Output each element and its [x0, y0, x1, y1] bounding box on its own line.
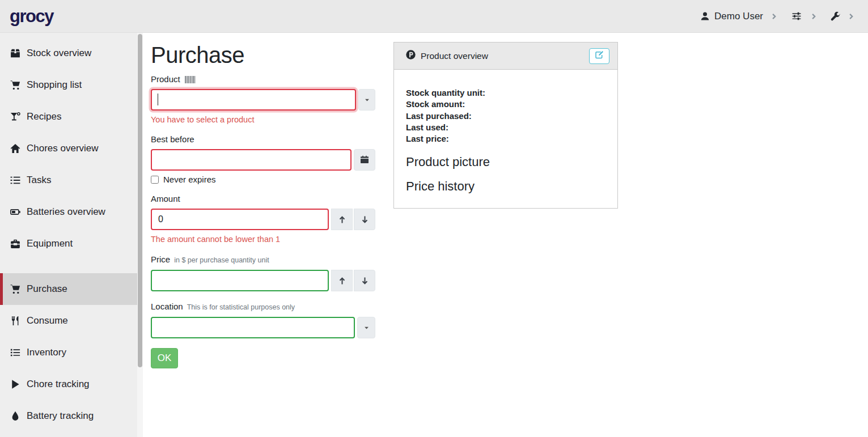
amount-decrement-button[interactable] — [354, 209, 375, 230]
sidebar-item-label: Battery tracking — [27, 410, 94, 422]
user-icon — [700, 11, 710, 21]
price-decrement-button[interactable] — [354, 270, 375, 291]
best-before-label: Best before — [151, 134, 194, 145]
product-overview-card: Product overview Stock quantity unit: St… — [393, 42, 618, 209]
product-group: Product You have to select a product — [151, 74, 375, 125]
arrow-down-icon — [361, 215, 369, 224]
sidebar-item-label: Batteries overview — [27, 206, 105, 218]
app-root: grocy Demo User — [0, 0, 868, 437]
barcode-icon — [184, 76, 196, 83]
product-dropdown-button[interactable] — [358, 89, 375, 111]
header-menu: Demo User — [700, 11, 854, 22]
box-icon — [10, 48, 21, 59]
shopping-cart-icon — [10, 283, 21, 295]
tasks-icon — [10, 175, 21, 186]
app-logo[interactable]: grocy — [10, 7, 53, 25]
sidebar-item-battery-tracking[interactable]: Battery tracking — [0, 400, 143, 432]
sidebar-item-label: Chores overview — [27, 143, 99, 154]
toolbox-icon — [10, 238, 21, 249]
overview-field: Last price: — [406, 133, 606, 145]
overview-field: Stock quantity unit: — [406, 87, 606, 99]
product-picture-heading: Product picture — [406, 155, 606, 169]
arrow-up-icon — [338, 215, 346, 224]
sidebar-item-purchase[interactable]: Purchase — [0, 273, 143, 305]
never-expires-row: Never expires — [151, 175, 375, 184]
product-overview-body: Stock quantity unit: Stock amount: Last … — [394, 70, 617, 208]
sidebar-item-label: Stock overview — [27, 48, 91, 59]
purchase-form: Purchase Product — [151, 42, 375, 368]
calendar-button[interactable] — [354, 149, 375, 171]
location-label: Location — [151, 302, 183, 312]
amount-error: The amount cannot be lower than 1 — [151, 235, 375, 244]
sidebar-item-equipment[interactable]: Equipment — [0, 228, 143, 260]
never-expires-label: Never expires — [163, 175, 216, 184]
home-icon — [10, 143, 21, 154]
page-title: Purchase — [151, 42, 375, 68]
utensils-icon — [10, 315, 21, 326]
sliders-icon — [790, 11, 803, 21]
tint-icon — [10, 410, 21, 422]
chevron-right-icon — [770, 13, 777, 20]
sidebar-item-shopping-list[interactable]: Shopping list — [0, 69, 143, 101]
text-cursor — [158, 94, 158, 105]
arrow-up-icon — [338, 277, 346, 285]
user-menu[interactable]: Demo User — [700, 11, 763, 22]
price-history-heading: Price history — [406, 180, 606, 193]
sidebar-scrollbar-thumb[interactable] — [138, 34, 142, 367]
sidebar-item-inventory[interactable]: Inventory — [0, 337, 143, 368]
never-expires-checkbox[interactable] — [151, 176, 159, 184]
amount-label: Amount — [151, 194, 180, 204]
amount-input[interactable] — [151, 209, 329, 230]
sidebar-item-chore-tracking[interactable]: Chore tracking — [0, 368, 143, 400]
sidebar-item-tasks[interactable]: Tasks — [0, 164, 143, 196]
arrow-down-icon — [361, 277, 369, 285]
shopping-cart-icon — [10, 79, 21, 91]
location-dropdown-button[interactable] — [357, 317, 375, 338]
list-icon — [10, 347, 21, 358]
play-icon — [10, 379, 21, 390]
admin-menu[interactable] — [830, 11, 840, 22]
overview-field: Last used: — [406, 122, 606, 133]
caret-down-icon — [364, 97, 370, 103]
product-overview-title-row: Product overview — [406, 50, 488, 62]
user-menu-label: Demo User — [714, 11, 763, 22]
sidebar-item-batteries-overview[interactable]: Batteries overview — [0, 196, 143, 228]
price-hint: in $ per purchase quantity unit — [174, 254, 269, 265]
product-error: You have to select a product — [151, 115, 375, 125]
product-overview-panel: Product overview Stock quantity unit: St… — [393, 42, 618, 209]
price-increment-button[interactable] — [331, 270, 353, 291]
sidebar-item-label: Chore tracking — [27, 379, 90, 390]
sidebar-scrollbar[interactable] — [137, 33, 143, 437]
battery-icon — [10, 206, 21, 218]
sidebar-item-chores-overview[interactable]: Chores overview — [0, 133, 143, 164]
location-select[interactable] — [151, 317, 355, 338]
sidebar-item-consume[interactable]: Consume — [0, 305, 143, 337]
sidebar: Stock overview Shopping list Recipes Cho… — [0, 33, 143, 437]
ok-button[interactable]: OK — [151, 348, 178, 368]
chevron-right-icon — [810, 13, 817, 20]
edit-icon — [595, 50, 604, 61]
best-before-input[interactable] — [151, 149, 352, 171]
product-input[interactable] — [151, 89, 356, 111]
amount-increment-button[interactable] — [331, 209, 353, 230]
price-group: Price in $ per purchase quantity unit — [151, 254, 375, 291]
price-input[interactable] — [151, 270, 329, 291]
product-label: Product — [151, 74, 180, 84]
sidebar-item-stock-overview[interactable]: Stock overview — [0, 37, 143, 69]
edit-product-button[interactable] — [589, 48, 609, 64]
location-hint: This is for statistical purposes only — [187, 301, 295, 312]
main-content: Purchase Product — [143, 33, 868, 437]
overview-field: Stock amount: — [406, 99, 606, 110]
best-before-group: Best before Never expires — [151, 134, 375, 184]
location-group: Location This is for statistical purpose… — [151, 301, 375, 338]
sidebar-item-label: Purchase — [27, 283, 67, 295]
sidebar-item-recipes[interactable]: Recipes — [0, 101, 143, 133]
amount-group: Amount The amount cannot be lower than 1 — [151, 194, 375, 244]
sidebar-item-label: Inventory — [27, 347, 66, 358]
caret-down-icon — [363, 325, 370, 331]
sidebar-item-label: Shopping list — [27, 79, 82, 91]
manage-menu[interactable] — [790, 11, 803, 21]
calendar-icon — [360, 155, 369, 164]
product-overview-title: Product overview — [421, 51, 488, 61]
wrench-icon — [830, 11, 840, 22]
